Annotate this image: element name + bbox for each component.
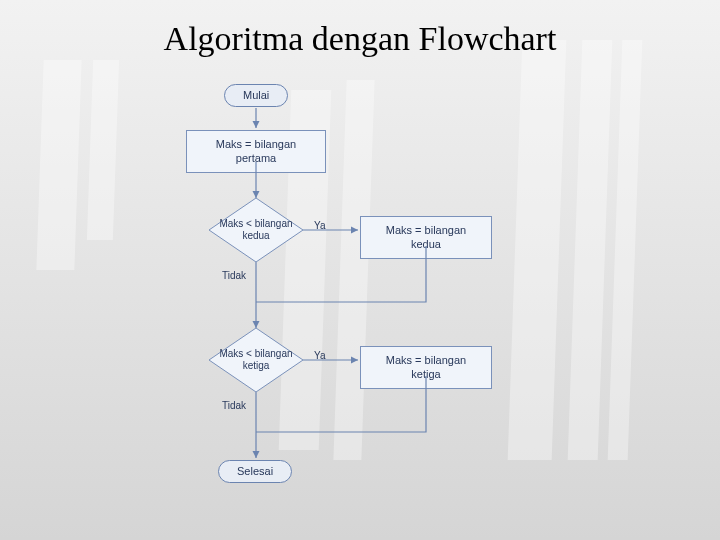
label-no-2: Tidak (222, 400, 246, 411)
label-yes-2: Ya (314, 350, 326, 361)
label-no-1: Tidak (222, 270, 246, 281)
slide-title: Algoritma dengan Flowchart (0, 20, 720, 58)
flowchart-canvas: Mulai Maks = bilangan pertama Maks < bil… (0, 70, 720, 540)
label-yes-1: Ya (314, 220, 326, 231)
flowchart-edges (0, 70, 720, 540)
